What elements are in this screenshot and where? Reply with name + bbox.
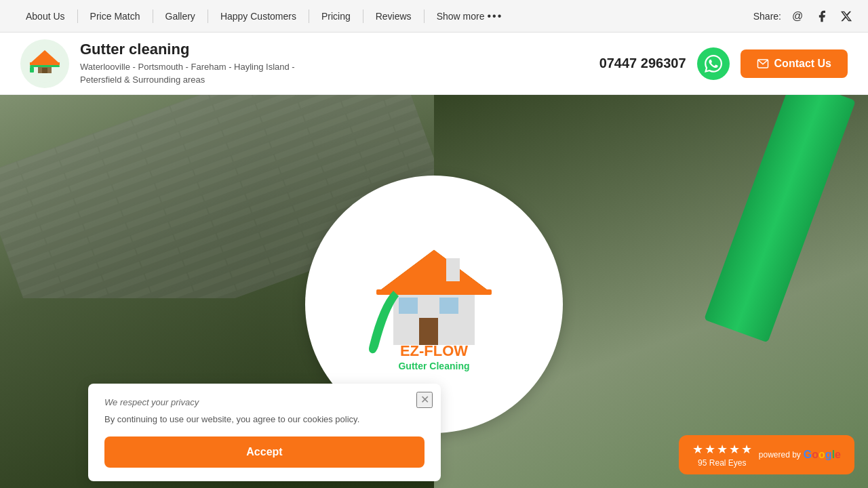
cookie-close-button[interactable]: ✕ <box>416 392 433 408</box>
cookie-body: By continuing to use our website, you ag… <box>104 413 425 426</box>
facebook-icon[interactable] <box>814 8 830 24</box>
business-subtitle: Waterlooville - Portsmouth - Fareham - H… <box>80 61 295 85</box>
nav-price-match[interactable]: Price Match <box>78 0 153 33</box>
nav-about-us[interactable]: About Us <box>14 0 77 33</box>
nav-pricing[interactable]: Pricing <box>309 0 363 33</box>
phone-number[interactable]: 07447 296307 <box>599 56 686 71</box>
svg-rect-17 <box>446 258 460 281</box>
star-1: ★ <box>692 442 703 457</box>
envelope-icon <box>757 58 769 70</box>
header-right: 07447 296307 Contact Us <box>599 47 848 80</box>
cookie-banner: ✕ We respect your privacy By continuing … <box>88 384 441 482</box>
powered-by-text: powered by <box>759 450 801 460</box>
star-5: ★ <box>741 442 752 457</box>
google-brand: Google <box>804 449 841 461</box>
powered-by-section: powered by Google <box>759 449 841 461</box>
svg-rect-15 <box>439 298 458 314</box>
business-info: Gutter cleaning Waterlooville - Portsmou… <box>80 41 295 85</box>
twitter-x-icon[interactable] <box>838 8 854 24</box>
ellipsis-icon: ••• <box>487 10 502 22</box>
svg-rect-13 <box>419 318 438 345</box>
email-icon[interactable]: @ <box>789 8 806 24</box>
svg-rect-4 <box>30 62 60 65</box>
nav-reviews[interactable]: Reviews <box>363 0 424 33</box>
star-3: ★ <box>717 442 728 457</box>
svg-text:Gutter Cleaning: Gutter Cleaning <box>398 361 469 371</box>
review-count: 95 Real Eyes <box>698 458 746 468</box>
stars-row: ★ ★ ★ ★ ★ <box>692 442 752 457</box>
logo-image <box>20 39 69 88</box>
svg-text:EZ-FLOW: EZ-FLOW <box>400 342 468 359</box>
cookie-title: We respect your privacy <box>104 397 425 407</box>
logo-container: Gutter cleaning Waterlooville - Portsmou… <box>20 39 599 88</box>
header: Gutter cleaning Waterlooville - Portsmou… <box>0 33 868 95</box>
whatsapp-icon <box>705 55 722 73</box>
star-4: ★ <box>729 442 740 457</box>
ezflow-logo-svg: EZ-FLOW Gutter Cleaning <box>339 237 529 372</box>
nav-happy-customers[interactable]: Happy Customers <box>208 0 309 33</box>
show-more-button[interactable]: Show more ••• <box>425 0 515 33</box>
svg-rect-3 <box>42 68 47 73</box>
svg-rect-5 <box>30 65 60 67</box>
nav-gallery[interactable]: Gallery <box>153 0 208 33</box>
svg-rect-14 <box>399 298 418 314</box>
share-section: Share: @ <box>753 8 854 24</box>
contact-us-button[interactable]: Contact Us <box>741 49 848 78</box>
accept-cookies-button[interactable]: Accept <box>104 436 425 468</box>
whatsapp-button[interactable] <box>697 47 730 80</box>
logo-svg <box>24 43 65 84</box>
top-navigation: About Us Price Match Gallery Happy Custo… <box>0 0 868 33</box>
center-logo-inner: EZ-FLOW Gutter Cleaning <box>339 237 529 372</box>
svg-marker-11 <box>380 250 488 291</box>
share-label: Share: <box>753 11 781 22</box>
svg-rect-6 <box>30 67 34 73</box>
google-reviews-badge[interactable]: ★ ★ ★ ★ ★ 95 Real Eyes powered by Google <box>679 435 854 474</box>
business-name: Gutter cleaning <box>80 41 295 58</box>
star-2: ★ <box>705 442 715 457</box>
